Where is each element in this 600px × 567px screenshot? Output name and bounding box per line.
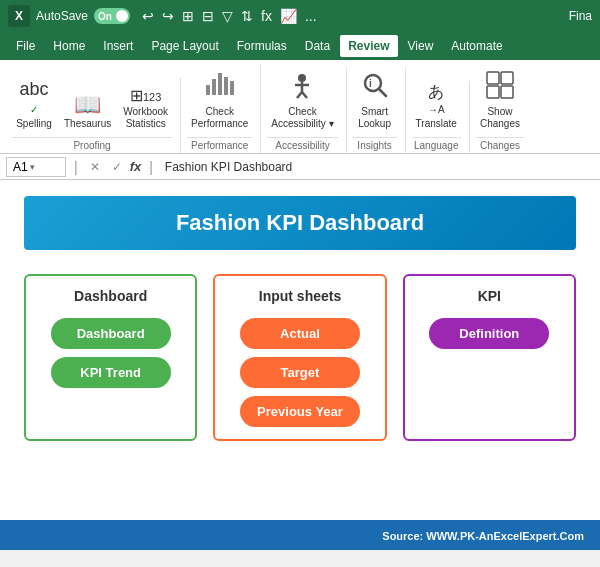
svg-rect-0 xyxy=(206,85,210,95)
svg-rect-1 xyxy=(212,79,216,95)
spelling-button[interactable]: abc✓ Spelling xyxy=(12,77,56,133)
menu-home[interactable]: Home xyxy=(45,35,93,57)
spreadsheet-area: Fashion KPI Dashboard Dashboard Dashboar… xyxy=(0,180,600,550)
dashboard-panel-title: Dashboard xyxy=(74,288,147,304)
table-icon[interactable]: ⊟ xyxy=(200,6,216,26)
changes-group-label: Changes xyxy=(476,137,524,153)
performance-group-label: Performance xyxy=(187,137,252,153)
excel-icon: X xyxy=(8,5,30,27)
check-performance-button[interactable]: CheckPerformance xyxy=(187,64,252,133)
menu-formulas[interactable]: Formulas xyxy=(229,35,295,57)
more-icon[interactable]: ... xyxy=(303,6,319,26)
svg-line-11 xyxy=(379,89,386,96)
dashboard-btn[interactable]: Dashboard xyxy=(51,318,171,349)
menu-data[interactable]: Data xyxy=(297,35,338,57)
menu-page-layout[interactable]: Page Layout xyxy=(143,35,226,57)
ribbon-group-insights: i SmartLookup Insights xyxy=(349,67,406,153)
title-bar-right: Fina xyxy=(569,9,592,23)
svg-rect-13 xyxy=(487,72,499,84)
dashboard-panel: Dashboard Dashboard KPI Trend xyxy=(24,274,197,441)
undo-icon[interactable]: ↩ xyxy=(140,6,156,26)
previous-year-btn[interactable]: Previous Year xyxy=(240,396,360,427)
sort-icon[interactable]: ⇅ xyxy=(239,6,255,26)
insights-group-label: Insights xyxy=(353,137,397,153)
thesaurus-label: Thesaurus xyxy=(64,118,111,130)
menu-file[interactable]: File xyxy=(8,35,43,57)
svg-rect-2 xyxy=(218,73,222,95)
workbook-stats-button[interactable]: ⊞123 WorkbookStatistics xyxy=(119,85,172,133)
formula-check-icon[interactable]: ✕ xyxy=(86,160,104,174)
definition-btn[interactable]: Definition xyxy=(429,318,549,349)
formula-separator-1: | xyxy=(70,159,82,175)
show-changes-button[interactable]: ShowChanges xyxy=(476,67,524,133)
smart-lookup-button[interactable]: i SmartLookup xyxy=(353,67,397,133)
language-buttons: あ→A Translate xyxy=(412,81,461,133)
ribbon: abc✓ Spelling 📖 Thesaurus ⊞123 WorkbookS… xyxy=(0,60,600,154)
formula-separator-2: | xyxy=(145,159,157,175)
input-sheets-panel-title: Input sheets xyxy=(259,288,341,304)
language-group-label: Language xyxy=(412,137,461,153)
cell-reference[interactable]: A1 ▾ xyxy=(6,157,66,177)
kpi-trend-btn[interactable]: KPI Trend xyxy=(51,357,171,388)
changes-buttons: ShowChanges xyxy=(476,67,524,133)
menu-automate[interactable]: Automate xyxy=(443,35,510,57)
title-bar: X AutoSave On ↩ ↪ ⊞ ⊟ ▽ ⇅ fx 📈 ... Fina xyxy=(0,0,600,32)
ribbon-group-performance: CheckPerformance Performance xyxy=(183,64,261,153)
thesaurus-icon: 📖 xyxy=(74,94,101,116)
input-sheets-panel: Input sheets Actual Target Previous Year xyxy=(213,274,386,441)
cell-ref-dropdown[interactable]: ▾ xyxy=(30,162,35,172)
show-changes-label: ShowChanges xyxy=(480,106,520,130)
formula-fx-icon[interactable]: fx xyxy=(130,159,142,174)
kpi-panel-title: KPI xyxy=(478,288,501,304)
show-changes-icon xyxy=(485,70,515,104)
grid-icon[interactable]: ⊞ xyxy=(180,6,196,26)
formula-confirm-icon[interactable]: ✓ xyxy=(108,160,126,174)
check-accessibility-label: CheckAccessibility ▾ xyxy=(271,106,333,130)
check-performance-icon xyxy=(204,67,236,104)
svg-rect-3 xyxy=(224,77,228,95)
svg-line-9 xyxy=(302,92,307,98)
insights-buttons: i SmartLookup xyxy=(353,67,397,133)
chart-icon[interactable]: 📈 xyxy=(278,6,299,26)
redo-icon[interactable]: ↪ xyxy=(160,6,176,26)
translate-label: Translate xyxy=(416,118,457,130)
menu-review[interactable]: Review xyxy=(340,35,397,57)
ribbon-group-language: あ→A Translate Language xyxy=(408,81,470,153)
sheet-content: Fashion KPI Dashboard Dashboard Dashboar… xyxy=(0,180,600,457)
actual-btn[interactable]: Actual xyxy=(240,318,360,349)
formula-bar: A1 ▾ | ✕ ✓ fx | Fashion KPI Dashboard xyxy=(0,154,600,180)
check-accessibility-icon xyxy=(287,70,317,104)
sheet-footer: Source: WWW.PK-AnExcelExpert.Com xyxy=(0,520,600,550)
spelling-icon: abc✓ xyxy=(19,80,48,116)
svg-text:i: i xyxy=(369,78,372,89)
proofing-buttons: abc✓ Spelling 📖 Thesaurus ⊞123 WorkbookS… xyxy=(12,77,172,133)
performance-buttons: CheckPerformance xyxy=(187,64,252,133)
kpi-panel: KPI Definition xyxy=(403,274,576,441)
accessibility-buttons: CheckAccessibility ▾ xyxy=(267,67,337,133)
toggle-knob xyxy=(116,10,128,22)
menu-view[interactable]: View xyxy=(400,35,442,57)
menu-insert[interactable]: Insert xyxy=(95,35,141,57)
workbook-stats-icon: ⊞123 xyxy=(130,88,161,104)
footer-text: Source: WWW.PK-AnExcelExpert.Com xyxy=(382,530,584,542)
svg-rect-4 xyxy=(230,81,234,95)
svg-point-5 xyxy=(298,74,306,82)
check-accessibility-button[interactable]: CheckAccessibility ▾ xyxy=(267,67,337,133)
formula-content[interactable]: Fashion KPI Dashboard xyxy=(161,160,594,174)
check-performance-label: CheckPerformance xyxy=(191,106,248,130)
cell-ref-value: A1 xyxy=(13,160,28,174)
title-bar-icons: ↩ ↪ ⊞ ⊟ ▽ ⇅ fx 📈 ... xyxy=(140,6,319,26)
svg-rect-15 xyxy=(487,86,499,98)
accessibility-group-label: Accessibility xyxy=(267,137,337,153)
ribbon-group-changes: ShowChanges Changes xyxy=(472,67,532,153)
dashboard-title: Fashion KPI Dashboard xyxy=(38,210,562,236)
spelling-label: Spelling xyxy=(16,118,52,130)
filter-icon[interactable]: ▽ xyxy=(220,6,235,26)
thesaurus-button[interactable]: 📖 Thesaurus xyxy=(60,91,115,133)
target-btn[interactable]: Target xyxy=(240,357,360,388)
formula-icon[interactable]: fx xyxy=(259,6,274,26)
translate-button[interactable]: あ→A Translate xyxy=(412,81,461,133)
autosave-label: AutoSave xyxy=(36,9,88,23)
autosave-toggle[interactable]: On xyxy=(94,8,130,24)
proofing-group-label: Proofing xyxy=(12,137,172,153)
